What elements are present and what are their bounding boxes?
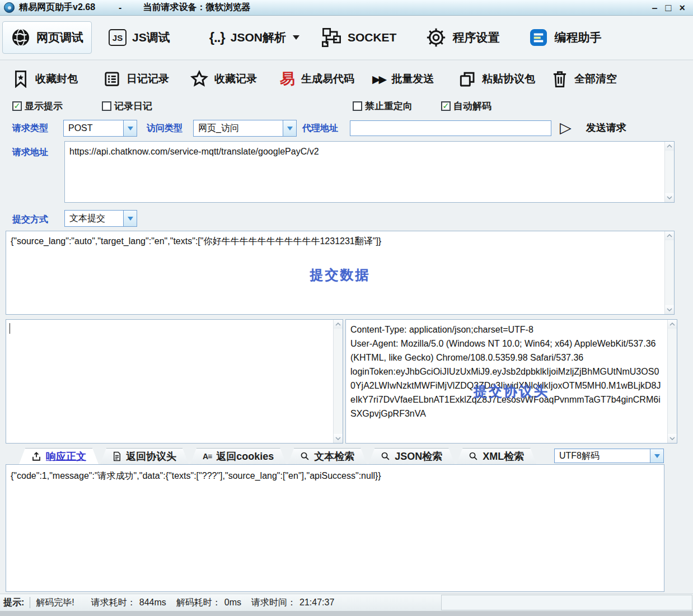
batch-send-label: 批量发送 <box>391 72 434 86</box>
diary-log-button[interactable]: 日记记录 <box>104 66 169 92</box>
window-controls: – □ × <box>652 3 693 13</box>
export-icon <box>31 451 41 461</box>
title-separator: - <box>119 3 121 13</box>
tab-xml-search-label: XML检索 <box>483 450 524 463</box>
status-divider <box>30 597 30 608</box>
scroll-down-icon[interactable] <box>665 305 674 314</box>
access-type-label: 访问类型 <box>147 123 182 134</box>
submit-method-select[interactable]: 文本提交 <box>64 210 137 227</box>
scroll-up-icon[interactable] <box>665 142 674 151</box>
tab-js-debug[interactable]: JS JS调试 <box>101 21 178 54</box>
left-panel-scrollbar[interactable] <box>333 320 343 443</box>
proxy-label: 代理地址 <box>302 123 338 134</box>
response-body-box: {"code":1,"message":"请求成功","data":{"text… <box>6 464 664 592</box>
window-bottom-strip <box>0 611 693 616</box>
auto-decode-checkbox-icon[interactable]: ✓ <box>441 101 451 111</box>
trash-icon <box>551 70 568 88</box>
proxy-input[interactable] <box>350 120 551 136</box>
device-info: 当前请求设备：微软浏览器 <box>143 2 250 13</box>
toolbar: 收藏封包 日记记录 收藏记录 易 生成易代码 ▶▶ 批量发送 <box>0 63 693 95</box>
decode-mode-select[interactable]: UTF8解码 <box>554 449 664 463</box>
checkbox-no-redirect[interactable]: 禁止重定向 <box>353 100 413 113</box>
tab-xml-search[interactable]: XML检索 <box>456 448 536 464</box>
send-request-label: 发送请求 <box>586 121 626 134</box>
clear-all-button[interactable]: 全部清空 <box>551 66 617 92</box>
gen-ecode-button[interactable]: 易 生成易代码 <box>280 66 354 92</box>
dropdown-caret-icon[interactable] <box>293 35 299 40</box>
show-tips-label: 显示提示 <box>25 100 63 113</box>
clear-all-label: 全部清空 <box>574 72 617 86</box>
left-input-box <box>6 319 343 444</box>
globe-icon <box>11 27 31 48</box>
scroll-up-icon[interactable] <box>334 320 343 329</box>
request-type-dropdown-icon[interactable] <box>123 120 137 136</box>
tab-return-cookies[interactable]: A≡ 返回cookies <box>190 448 286 464</box>
request-url-input[interactable]: https://api.chatknow.com/service-mqtt/tr… <box>65 142 664 202</box>
app-title: 精易网页助手v2.68 <box>19 2 95 13</box>
tab-settings[interactable]: 程序设置 <box>418 21 507 54</box>
show-tips-checkbox-icon[interactable]: ✓ <box>12 101 22 111</box>
headers-scrollbar[interactable] <box>667 320 677 443</box>
submit-data-scrollbar[interactable] <box>664 231 674 314</box>
document-icon <box>113 451 121 461</box>
request-headers-box: Content-Type: application/json;charset=U… <box>345 319 677 444</box>
tab-text-search[interactable]: 文本检索 <box>288 448 367 464</box>
diary-log-label: 日记记录 <box>127 72 169 86</box>
yi-icon: 易 <box>280 69 295 89</box>
log-diary-checkbox-icon[interactable] <box>102 101 111 111</box>
batch-send-button[interactable]: ▶▶ 批量发送 <box>372 66 434 92</box>
tab-return-headers[interactable]: 返回协议头 <box>100 448 189 464</box>
access-type-select[interactable]: 网页_访问 <box>193 120 297 137</box>
tab-json-search[interactable]: JSON检索 <box>368 448 455 464</box>
send-request-button[interactable]: ▷ 发送请求 <box>560 119 626 136</box>
scroll-down-icon[interactable] <box>334 434 343 443</box>
response-body-text[interactable]: {"code":1,"message":"请求成功","data":{"text… <box>6 465 664 487</box>
status-right-panel <box>441 595 692 610</box>
request-url-box: https://api.chatknow.com/service-mqtt/tr… <box>64 141 675 203</box>
left-input-area[interactable] <box>6 320 333 443</box>
tab-json-parse-label: JSON解析 <box>231 30 286 45</box>
checkbox-log-diary[interactable]: 记录日记 <box>102 100 152 113</box>
no-redirect-checkbox-icon[interactable] <box>353 101 362 111</box>
submit-data-box: {"source_lang":"auto","target_lang":"en"… <box>6 231 675 315</box>
request-headers-input[interactable]: Content-Type: application/json;charset=U… <box>346 320 667 443</box>
submit-method-label: 提交方式 <box>12 214 48 226</box>
tab-return-headers-label: 返回协议头 <box>126 450 176 463</box>
search-icon <box>469 451 478 461</box>
tip-label: 提示: <box>3 597 24 609</box>
fav-packet-button[interactable]: 收藏封包 <box>12 66 78 92</box>
url-scrollbar[interactable] <box>664 142 674 202</box>
request-clock-value: 21:47:37 <box>299 598 334 608</box>
tab-socket[interactable]: SOCKET <box>313 21 405 54</box>
text-caret <box>10 323 10 334</box>
checkbox-auto-decode[interactable]: ✓ 自动解码 <box>441 100 491 113</box>
titlebar: 精易网页助手v2.68 - 当前请求设备：微软浏览器 – □ × <box>0 0 693 16</box>
status-bar: 提示: 解码完毕! 请求耗时： 844ms 解码耗时： 0ms 请求时间： 21… <box>0 594 693 611</box>
maximize-button[interactable]: □ <box>666 3 672 13</box>
scroll-up-icon[interactable] <box>668 320 677 329</box>
scroll-down-icon[interactable] <box>665 193 674 202</box>
submit-data-input[interactable]: {"source_lang":"auto","target_lang":"en"… <box>6 231 664 314</box>
access-type-dropdown-icon[interactable] <box>283 120 296 136</box>
log-diary-label: 记录日记 <box>114 100 152 113</box>
tab-response-body[interactable]: 响应正文 <box>19 448 99 464</box>
decode-dropdown-icon[interactable] <box>650 449 663 463</box>
tab-json-parse[interactable]: {..} JSON解析 <box>202 21 307 54</box>
star-icon <box>190 70 208 88</box>
request-type-select[interactable]: POST <box>63 120 137 137</box>
scroll-down-icon[interactable] <box>668 434 677 443</box>
request-type-value: POST <box>64 123 123 133</box>
close-button[interactable]: × <box>679 3 685 13</box>
tab-response-body-label: 响应正文 <box>46 450 86 463</box>
no-redirect-label: 禁止重定向 <box>365 100 413 113</box>
request-url-label: 请求地址 <box>12 147 48 158</box>
tab-settings-label: 程序设置 <box>452 30 499 45</box>
fav-record-button[interactable]: 收藏记录 <box>190 66 257 92</box>
tab-coding-assistant[interactable]: 编程助手 <box>521 21 609 54</box>
tab-web-debug[interactable]: 网页调试 <box>2 21 92 54</box>
submit-method-dropdown-icon[interactable] <box>123 211 137 226</box>
minimize-button[interactable]: – <box>652 3 658 13</box>
paste-packet-button[interactable]: 粘贴协议包 <box>458 66 535 92</box>
checkbox-show-tips[interactable]: ✓ 显示提示 <box>12 100 63 113</box>
scroll-up-icon[interactable] <box>665 231 674 240</box>
